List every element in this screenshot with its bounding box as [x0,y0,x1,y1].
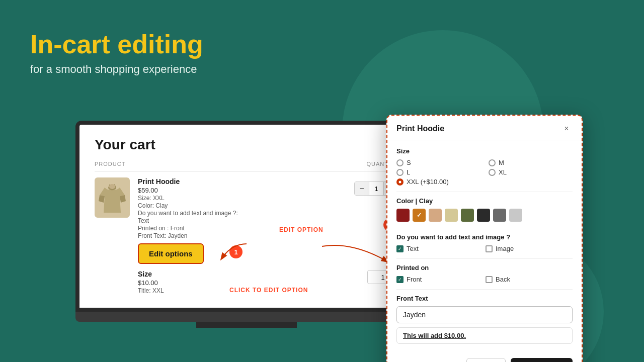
save-changes-button[interactable]: Save changes [511,358,573,362]
divider-2 [396,228,573,228]
info-amount: $10.00 [444,332,464,339]
printed-on-label: Printed on [396,264,573,272]
front-checkbox-label: Front [407,276,422,283]
size-radio-group: S M L XL XXL (+$10.00) [396,159,573,186]
text-checkbox-item[interactable]: Text [396,245,484,252]
image-checkbox-label: Image [496,245,514,252]
info-suffix: . [464,332,466,339]
color-swatch-black[interactable] [477,209,490,222]
text-checkbox[interactable] [396,245,404,252]
image-checkbox-item[interactable]: Image [486,245,573,252]
modal-overlay: Print Hoodie × Size S M L [0,0,644,362]
size-radio-l[interactable] [396,169,404,176]
cancel-button[interactable]: Cancel [466,358,506,362]
size-radio-s[interactable] [396,159,404,166]
modal-dialog: Print Hoodie × Size S M L [386,115,583,362]
back-checkbox-label: Back [496,276,510,283]
modal-body: Size S M L XL [387,140,582,358]
divider-3 [396,258,573,259]
color-section-label: Color | Clay [396,197,573,205]
info-text: This will add $10.00. [396,327,573,344]
size-option-l[interactable]: L [396,168,480,176]
size-option-xl[interactable]: XL [489,168,573,176]
front-text-input[interactable] [396,306,573,323]
modal-footer: Cancel Save changes [387,358,582,362]
color-swatch-olive[interactable] [461,209,474,222]
text-image-checkbox-group: Text Image [396,245,573,252]
size-radio-xxl[interactable] [396,178,404,186]
color-swatch-light-gray[interactable] [509,209,522,222]
size-option-m[interactable]: M [489,159,573,166]
back-checkbox[interactable] [486,276,493,283]
text-image-section-label: Do you want to add text and image ? [396,233,573,241]
image-checkbox[interactable] [486,245,493,252]
color-swatch-dark-red[interactable] [396,209,410,222]
size-label-xxl: XXL (+$10.00) [407,178,449,186]
info-prefix: This will add [403,332,444,339]
size-label-m: M [499,159,504,166]
size-radio-xl[interactable] [489,169,496,176]
modal-close-button[interactable]: × [560,123,573,135]
size-label-xl: XL [499,168,507,176]
color-swatch-light-tan[interactable] [429,209,442,222]
size-option-xxl[interactable]: XXL (+$10.00) [396,178,480,186]
back-checkbox-item[interactable]: Back [486,276,573,283]
divider-1 [396,192,573,192]
size-radio-m[interactable] [489,159,496,166]
size-section-label: Size [396,147,573,155]
front-checkbox[interactable] [396,276,404,283]
front-text-section-label: Front Text [396,295,573,302]
text-checkbox-label: Text [407,245,419,252]
color-swatch-gray[interactable] [493,209,506,222]
size-option-s[interactable]: S [396,159,480,166]
modal-title: Print Hoodie [396,124,444,133]
printed-on-checkbox-group: Front Back [396,276,573,283]
color-swatch-orange[interactable] [413,209,426,222]
size-label-l: L [407,168,410,176]
color-swatch-sand[interactable] [445,209,458,222]
size-label-s: S [407,159,411,166]
modal-header: Print Hoodie × [387,116,582,140]
divider-4 [396,289,573,290]
front-checkbox-item[interactable]: Front [396,276,484,283]
color-swatches [396,209,573,222]
